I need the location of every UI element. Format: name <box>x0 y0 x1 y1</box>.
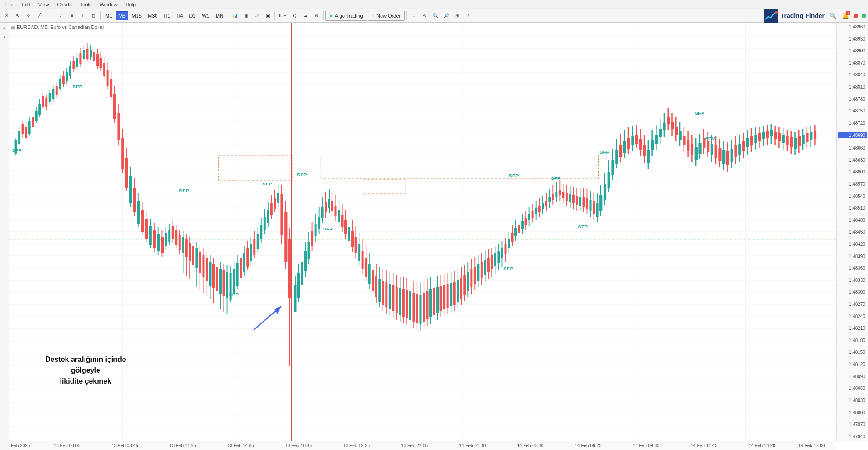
tf-m30[interactable]: M30 <box>145 11 160 20</box>
time-13: 14 Feb 14:20 <box>749 443 775 448</box>
price-13: 1.48600 <box>838 169 867 174</box>
grid-btn[interactable]: ⊞ <box>452 11 462 21</box>
price-34: 1.47970 <box>838 422 867 427</box>
zoom-in-btn[interactable]: 🔎 <box>441 11 451 21</box>
sep4 <box>323 11 324 20</box>
lt-arrow[interactable]: ↖ <box>0 24 9 33</box>
price-24: 1.48270 <box>838 302 867 307</box>
svg-rect-53 <box>321 155 598 178</box>
zoom-out-btn[interactable]: 🔍 <box>430 11 440 21</box>
menu-item-file[interactable]: File <box>2 1 17 8</box>
price-9: 1.48720 <box>838 121 867 126</box>
channel-btn[interactable]: ≡ <box>67 11 77 21</box>
time-axis: 12 Feb 2025 13 Feb 06:05 13 Feb 08:45 13… <box>9 441 836 450</box>
svg-text:SFP: SFP <box>551 176 561 181</box>
menu-item-tools[interactable]: Tools <box>76 1 95 8</box>
chart-icon: ▦ <box>11 25 15 30</box>
price-14: 1.48570 <box>838 182 867 187</box>
tf-h4[interactable]: H4 <box>174 11 185 20</box>
script-btn[interactable]: ⟨⟩ <box>290 11 300 21</box>
status-green-dot <box>862 14 866 18</box>
tf-m1[interactable]: M1 <box>103 11 115 20</box>
top-right-area: Trading Finder 🔍 🔔 1 <box>764 9 866 23</box>
line-btn[interactable]: ╱ <box>34 11 44 21</box>
time-5: 13 Feb 16:45 <box>285 443 312 448</box>
left-toolbar: ↖ + <box>0 23 9 450</box>
svg-text:SFP: SFP <box>297 173 307 177</box>
price-28: 1.48150 <box>838 350 867 355</box>
price-35: 1.47940 <box>838 434 867 439</box>
hline-btn[interactable]: — <box>45 11 55 21</box>
candlestick-btn[interactable]: 📊 <box>230 11 240 21</box>
sep2 <box>228 11 228 20</box>
price-12: 1.48630 <box>838 158 867 163</box>
svg-text:SFP: SFP <box>578 225 588 229</box>
time-3: 13 Feb 11:25 <box>170 443 196 448</box>
price-5: 1.48840 <box>838 72 867 77</box>
price-22: 1.48330 <box>838 278 867 283</box>
buy-sell-btn[interactable]: ↕ <box>409 11 419 21</box>
search-icon[interactable]: 🔍 <box>828 11 837 20</box>
sep1 <box>100 11 101 20</box>
price-20: 1.48390 <box>838 254 867 259</box>
wave-btn[interactable]: ∿ <box>420 11 429 21</box>
line-chart-btn[interactable]: 📈 <box>252 11 262 21</box>
notification-icon[interactable]: 🔔 1 <box>841 11 850 20</box>
new-order-btn[interactable]: + New Order <box>368 11 405 21</box>
algo-trading-btn[interactable]: ▶ Algo Trading <box>326 11 367 21</box>
time-8: 14 Feb 01:00 <box>459 443 486 448</box>
price-15: 1.48540 <box>838 194 867 199</box>
status-red-dot <box>854 14 858 18</box>
menu-item-window[interactable]: Window <box>96 1 121 8</box>
svg-text:SFM: SFM <box>705 136 716 141</box>
price-27: 1.48180 <box>838 338 867 343</box>
menu-item-help[interactable]: Help <box>122 1 140 8</box>
chart-container: ▦ EURCAD, M5: Euro vs Canadian Dollar <box>9 23 868 450</box>
bar-btn[interactable]: ▦ <box>241 11 251 21</box>
time-9: 14 Feb 03:40 <box>517 443 543 448</box>
svg-text:SFP: SFP <box>509 173 519 178</box>
tf-m5[interactable]: M5 <box>116 11 128 20</box>
ide-btn[interactable]: IDE <box>277 11 289 21</box>
price-26: 1.48210 <box>838 326 867 331</box>
menu-item-edit[interactable]: Edit <box>18 1 34 8</box>
svg-text:SFP: SFP <box>262 182 272 186</box>
logo-icon <box>764 9 778 23</box>
time-11: 14 Feb 09:00 <box>633 443 660 448</box>
cross-btn[interactable]: ✕ <box>2 11 12 21</box>
fib-btn[interactable]: T <box>78 11 88 21</box>
tf-w1[interactable]: W1 <box>199 11 212 20</box>
price-11: 1.48660 <box>838 145 867 150</box>
tf-mn[interactable]: MN <box>213 11 226 20</box>
menu-item-charts[interactable]: Charts <box>53 1 75 8</box>
price-32: 1.48030 <box>838 398 867 403</box>
time-4: 13 Feb 14:05 <box>227 443 254 448</box>
crosshair-btn[interactable]: ⊹ <box>24 11 33 21</box>
tf-m15[interactable]: M15 <box>129 11 144 20</box>
lt-cross[interactable]: + <box>0 33 9 42</box>
symbol-label: ▦ EURCAD, M5: Euro vs Canadian Dollar <box>11 24 104 30</box>
menu-item-view[interactable]: View <box>35 1 53 8</box>
time-10: 14 Feb 06:20 <box>575 443 602 448</box>
trendline-btn[interactable]: ⟋ <box>56 11 66 21</box>
time-1: 13 Feb 06:05 <box>54 443 80 448</box>
tf-d1[interactable]: D1 <box>187 11 198 20</box>
tf-h1[interactable]: H1 <box>161 11 173 20</box>
price-18: 1.48450 <box>838 230 867 234</box>
price-axis: 1.48960 1.48930 1.48900 1.48870 1.48840 … <box>836 23 868 441</box>
indicators-btn[interactable]: ⊙ <box>311 11 321 21</box>
price-6: 1.48810 <box>838 84 867 89</box>
notif-badge: 1 <box>846 11 850 15</box>
price-3: 1.48900 <box>838 48 867 53</box>
shapes-btn[interactable]: ◻ <box>89 11 99 21</box>
price-30: 1.48090 <box>838 374 867 379</box>
template-btn[interactable]: ☁ <box>301 11 311 21</box>
svg-rect-52 <box>219 156 292 181</box>
candles-group <box>15 43 817 366</box>
chart-canvas[interactable]: SFP SFP SFP SFP SFP SFP SFP SFP SFP SFP … <box>9 23 836 441</box>
arrow-btn[interactable]: ↖ <box>13 11 23 21</box>
expand-btn[interactable]: ⤢ <box>463 11 473 21</box>
price-17: 1.48480 <box>838 218 867 223</box>
time-6: 13 Feb 19:25 <box>343 443 370 448</box>
area-btn[interactable]: ▣ <box>263 11 273 21</box>
